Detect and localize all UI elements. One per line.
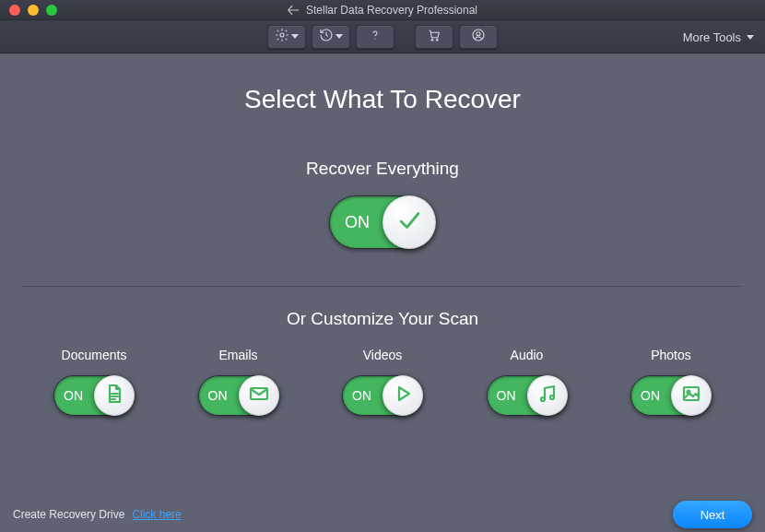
chevron-down-icon <box>335 34 343 39</box>
toggle-knob <box>527 375 568 416</box>
play-icon <box>392 383 414 408</box>
option-label: Documents <box>62 348 127 362</box>
photos-toggle[interactable]: ON <box>630 375 712 416</box>
svg-point-0 <box>280 33 284 37</box>
recover-everything-label: Recover Everything <box>18 159 747 179</box>
audio-toggle[interactable]: ON <box>487 375 568 416</box>
account-button[interactable] <box>459 25 498 49</box>
history-icon <box>319 28 334 46</box>
more-tools-menu[interactable]: More Tools <box>683 20 754 53</box>
cart-icon <box>427 28 441 46</box>
option-label: Photos <box>651 348 691 362</box>
history-button[interactable] <box>312 25 350 49</box>
option-label: Audio <box>511 348 544 362</box>
email-icon <box>248 383 270 408</box>
cart-button[interactable] <box>415 25 453 49</box>
toggle-knob <box>671 375 712 416</box>
videos-toggle[interactable]: ON <box>342 375 423 416</box>
page-title: Select What To Recover <box>18 85 747 114</box>
image-icon <box>680 383 702 408</box>
more-tools-label: More Tools <box>683 30 741 44</box>
next-label: Next <box>700 508 725 522</box>
toggle-on-text: ON <box>352 388 371 403</box>
chevron-down-icon <box>747 35 754 40</box>
divider <box>22 286 743 287</box>
music-icon <box>536 383 559 408</box>
documents-toggle[interactable]: ON <box>53 375 135 416</box>
back-arrow-icon <box>288 4 300 17</box>
option-label: Emails <box>218 348 257 362</box>
svg-point-5 <box>477 31 480 35</box>
emails-toggle[interactable]: ON <box>198 375 279 416</box>
title-bar: Stellar Data Recovery Professional <box>0 0 765 20</box>
toggle-knob <box>382 375 423 416</box>
svg-point-11 <box>541 397 545 401</box>
toggle-on-text: ON <box>345 213 370 232</box>
toolbar: More Tools <box>0 20 765 53</box>
recover-everything-toggle[interactable]: ON <box>329 195 436 249</box>
title-center: Stellar Data Recovery Professional <box>0 4 765 17</box>
option-audio: Audio ON <box>472 348 583 416</box>
options-row: Documents ON Emails ON <box>18 348 747 416</box>
toggle-on-text: ON <box>64 388 83 403</box>
svg-point-12 <box>550 396 554 399</box>
option-emails: Emails ON <box>183 348 294 416</box>
main-area: Select What To Recover Recover Everythin… <box>0 53 765 497</box>
click-here-link[interactable]: Click here <box>132 508 181 521</box>
footer: Create Recovery Drive Click here Next <box>0 497 765 532</box>
user-icon <box>471 28 486 46</box>
toggle-on-text: ON <box>497 388 516 403</box>
check-icon <box>395 207 423 238</box>
toggle-on-text: ON <box>641 388 660 403</box>
chevron-down-icon <box>291 34 299 39</box>
option-documents: Documents ON <box>39 348 149 416</box>
create-recovery-label: Create Recovery Drive <box>13 508 124 521</box>
next-button[interactable]: Next <box>673 501 752 528</box>
help-button[interactable] <box>356 25 394 49</box>
svg-marker-10 <box>399 387 409 400</box>
toggle-knob <box>382 195 436 249</box>
gear-icon <box>275 28 289 46</box>
option-videos: Videos ON <box>327 348 438 416</box>
svg-point-1 <box>374 38 375 39</box>
window-title: Stellar Data Recovery Professional <box>306 4 477 17</box>
toggle-knob <box>239 375 279 416</box>
option-photos: Photos ON <box>616 348 726 416</box>
toggle-on-text: ON <box>208 388 228 403</box>
svg-point-2 <box>431 39 433 41</box>
customize-scan-label: Or Customize Your Scan <box>18 309 747 329</box>
option-label: Videos <box>363 348 403 362</box>
toolbar-center <box>267 25 498 49</box>
document-icon <box>103 383 125 408</box>
svg-point-3 <box>436 39 438 41</box>
toggle-knob <box>94 375 135 416</box>
question-icon <box>368 28 382 46</box>
settings-button[interactable] <box>267 25 306 49</box>
footer-left: Create Recovery Drive Click here <box>13 508 182 521</box>
